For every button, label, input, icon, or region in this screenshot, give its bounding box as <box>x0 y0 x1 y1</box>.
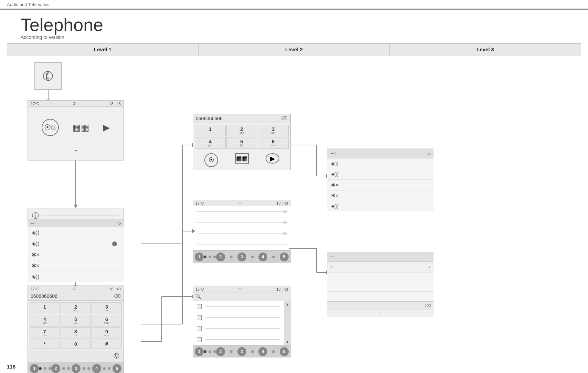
l2-nav-btn-2[interactable]: 2 <box>216 252 225 261</box>
key-star[interactable]: * <box>30 340 60 349</box>
key-6[interactable]: 6mno <box>92 315 122 327</box>
l2-contact-widget: 17°C ⊙ 18 : 43 ⦾ ⦾ ⦾ <box>193 200 291 263</box>
l2-bt-icon[interactable]: ⦿ <box>204 153 218 167</box>
nav-dot-6 <box>83 367 85 370</box>
key-2[interactable]: 2abc <box>61 302 91 314</box>
key-5[interactable]: 5jkl <box>61 315 91 327</box>
l3-item-5[interactable]: ◈)) <box>327 201 434 211</box>
l2-backspace-icon[interactable]: ⌫ <box>281 116 288 121</box>
l1-status-bar: 17°C ⊙ 18 : 43 <box>28 101 124 107</box>
l2-search-statusbar: 17°C ⊙ 18 : 43 <box>193 286 291 292</box>
l2-checkbox-1[interactable] <box>193 301 284 312</box>
level2-header: Level 2 <box>199 44 390 55</box>
l3-item-4[interactable]: ✱× <box>327 190 434 201</box>
l2-action-row: ⦿ ▦▦ ▶ <box>193 151 290 170</box>
l2s-nav-btn-1[interactable]: 1 <box>195 347 204 356</box>
nav-btn-3[interactable]: 3 <box>72 364 81 373</box>
l3-bt-signal-3: ◈)) <box>331 203 339 209</box>
l3-nav-dots-2: ⁝ <box>384 265 385 269</box>
l3-input-backspace[interactable]: ⌫ <box>425 303 431 308</box>
key-8[interactable]: 8tuv <box>61 327 91 339</box>
l2-search-content: ▲ ▼ <box>193 301 291 345</box>
l2-nav-btn-4[interactable]: 4 <box>258 252 267 261</box>
l3-detail-row-3 <box>327 292 434 301</box>
key-9[interactable]: 9wxy <box>92 327 122 339</box>
l2-nav-btn-1[interactable]: 1 <box>195 252 204 261</box>
l2-key-4[interactable]: 4ghi <box>195 137 226 149</box>
nav-btn-2[interactable]: 2 <box>51 364 60 373</box>
bt-signal-icon-1: ◈)) <box>32 229 40 236</box>
l2-contact-3[interactable]: ⦾ <box>193 228 291 239</box>
l2-key-5[interactable]: 5jkl <box>226 137 257 149</box>
l2-checkbox-3[interactable] <box>193 323 284 334</box>
backspace-icon[interactable]: ⌫ <box>114 293 121 299</box>
scroll-down-arrow[interactable]: ▼ <box>286 340 289 344</box>
level-header-row: Level 1 Level 2 Level 3 <box>7 43 581 55</box>
nav-dot-1 <box>39 367 42 370</box>
list-item-5[interactable]: ◈)) <box>28 271 124 282</box>
key-4[interactable]: 4ghi <box>30 315 60 327</box>
l1-bt-list: ← ⁝ ⁝ ⌕ ◈)) ◈)) ✱× ✱× ◈)) <box>28 219 124 282</box>
content-area: ✆ 17°C ⊙ 18 : 43 ⦿⦾ ▦▦ ▶ ✦ <box>7 55 581 365</box>
l1-keypad-grid: 1 2abc 3def 4ghi 5jkl 6mno 7prs 8tuv 9wx… <box>28 301 124 350</box>
bluetooth-circle-icon: ⦿⦾ <box>42 119 59 136</box>
l3-back-btn-2[interactable]: ← <box>330 253 335 260</box>
key-hash[interactable]: # <box>92 340 122 349</box>
key-7[interactable]: 7prs <box>30 327 60 339</box>
checkbox-1[interactable] <box>197 304 202 309</box>
call-handset-icon[interactable]: ✆ <box>114 352 119 360</box>
nav-btn-5[interactable]: 5 <box>113 364 121 373</box>
l1-keypad-widget: 17°C ⊙ 18 : 43 0606060606 ⌫ 1 2abc 3def … <box>28 286 124 373</box>
l3-search-btn[interactable]: ⌕ <box>428 151 431 156</box>
l2-contact-1[interactable]: ⦾ <box>193 206 291 217</box>
l2s-nav-btn-4[interactable]: 4 <box>258 347 267 356</box>
nav-btn-1[interactable]: 1 <box>30 364 39 373</box>
l2-checkbox-4[interactable] <box>193 334 284 345</box>
l2-key-3[interactable]: 3def <box>258 125 289 136</box>
key-1[interactable]: 1 <box>30 302 60 314</box>
l3-item-2[interactable]: ◈)) <box>327 169 434 180</box>
list-item-1[interactable]: ◈)) <box>28 227 124 238</box>
scroll-bar[interactable]: ▲ ▼ <box>284 301 291 345</box>
l1-list-search[interactable]: ⌕ <box>118 220 121 226</box>
l2-key-1[interactable]: 1 <box>195 125 226 136</box>
bluetooth-icon-container: ⦿⦾ <box>42 119 59 136</box>
list-item-4[interactable]: ✱× <box>28 260 124 271</box>
list-item-2[interactable]: ◈)) <box>28 238 124 249</box>
l2-recall-icon[interactable]: ▶ <box>266 153 279 164</box>
bluetooth-symbol: ⦿⦾ <box>44 124 56 132</box>
l2-key-6[interactable]: 6mno <box>258 137 289 149</box>
scroll-up-arrow[interactable]: ▲ <box>286 302 289 306</box>
nav-dot-9 <box>108 367 110 370</box>
l2-nav-btn-3[interactable]: 3 <box>237 252 246 261</box>
l3-item-3[interactable]: ✱× <box>327 180 434 190</box>
l2s-nav-btn-3[interactable]: 3 <box>237 347 246 356</box>
l3-bottom-dots: ⁝ <box>327 310 434 317</box>
l2s-nav-btn-5[interactable]: 5 <box>280 347 289 356</box>
l2-nav-btn-5[interactable]: 5 <box>280 252 289 261</box>
l2-contact-4[interactable] <box>193 239 291 250</box>
nav-btn-4[interactable]: 4 <box>92 364 101 373</box>
checkbox-2[interactable] <box>197 315 202 320</box>
svg-marker-3 <box>74 205 78 208</box>
l2-contact-2[interactable]: ⦾ <box>193 217 291 228</box>
l1-temp: 17°C <box>31 102 39 106</box>
l2-keypad-widget: 0606060606 ⌫ 1 2abc 3def 4ghi 5jkl 6mno … <box>193 114 291 170</box>
l1-list-back[interactable]: ← <box>30 220 35 226</box>
l3-detail-row-2 <box>327 282 434 292</box>
l1-keypad-statusbar: 17°C ⊙ 18 : 43 <box>28 286 124 292</box>
l2-key-2[interactable]: 2abc <box>226 125 257 136</box>
l3-next-btn[interactable]: › <box>428 264 430 270</box>
l2s-nav-btn-2[interactable]: 2 <box>216 347 225 356</box>
key-0[interactable]: 0 <box>61 340 91 349</box>
bt-signal-icon-3: ◈)) <box>32 273 40 280</box>
l2-checkbox-2[interactable] <box>193 312 284 323</box>
l3-item-1[interactable]: ◈)) <box>327 158 434 169</box>
l2-phonebook-icon[interactable]: ▦▦ <box>235 153 249 164</box>
phone-icon: ✆ <box>40 67 56 85</box>
checkbox-3[interactable] <box>197 326 202 331</box>
checkbox-4[interactable] <box>197 337 202 342</box>
list-item-3[interactable]: ✱× <box>28 249 124 260</box>
key-3[interactable]: 3def <box>92 302 122 314</box>
l3-back-btn[interactable]: ← <box>330 150 335 156</box>
